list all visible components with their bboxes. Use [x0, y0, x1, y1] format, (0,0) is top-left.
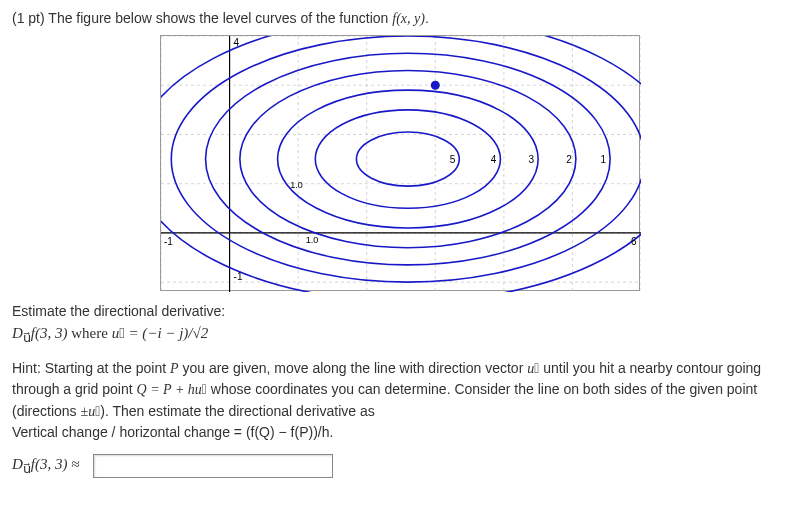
intro-end: .	[425, 10, 429, 26]
answer-input[interactable]	[93, 454, 333, 478]
svg-text:4: 4	[234, 37, 240, 48]
svg-text:1.0: 1.0	[290, 180, 303, 190]
svg-text:5: 5	[450, 154, 456, 165]
problem-intro: (1 pt) The figure below shows the level …	[12, 10, 788, 27]
answer-label: Du⃗f(3, 3) ≈	[12, 456, 79, 477]
contour-svg: 54321-164-11.01.0	[161, 36, 641, 292]
svg-text:4: 4	[491, 154, 497, 165]
hint-paragraph: Hint: Starting at the point P you are gi…	[12, 358, 788, 442]
function-expr: f(x, y)	[392, 11, 425, 26]
svg-text:-1: -1	[164, 236, 173, 247]
estimate-label: Estimate the directional derivative:	[12, 303, 788, 319]
svg-text:2: 2	[566, 154, 572, 165]
svg-text:-1: -1	[234, 271, 243, 282]
svg-text:1: 1	[601, 154, 607, 165]
svg-text:1.0: 1.0	[306, 235, 319, 245]
directional-derivative-formula: Du⃗f(3, 3) where u⃗ = (−i − j)/√2	[12, 325, 788, 346]
svg-point-18	[278, 90, 539, 228]
svg-point-19	[240, 70, 576, 247]
points-label: (1 pt)	[12, 10, 45, 26]
svg-point-16	[356, 132, 459, 186]
contour-plot: 54321-164-11.01.0	[160, 35, 640, 291]
answer-row: Du⃗f(3, 3) ≈	[12, 454, 788, 478]
svg-text:6: 6	[631, 236, 637, 247]
svg-point-17	[315, 110, 500, 208]
svg-point-28	[431, 81, 440, 90]
intro-text: The figure below shows the level curves …	[48, 10, 392, 26]
hint-ratio: Vertical change / horizontal change = (f…	[12, 424, 333, 440]
svg-text:3: 3	[529, 154, 535, 165]
figure-container: 54321-164-11.01.0	[12, 35, 788, 291]
